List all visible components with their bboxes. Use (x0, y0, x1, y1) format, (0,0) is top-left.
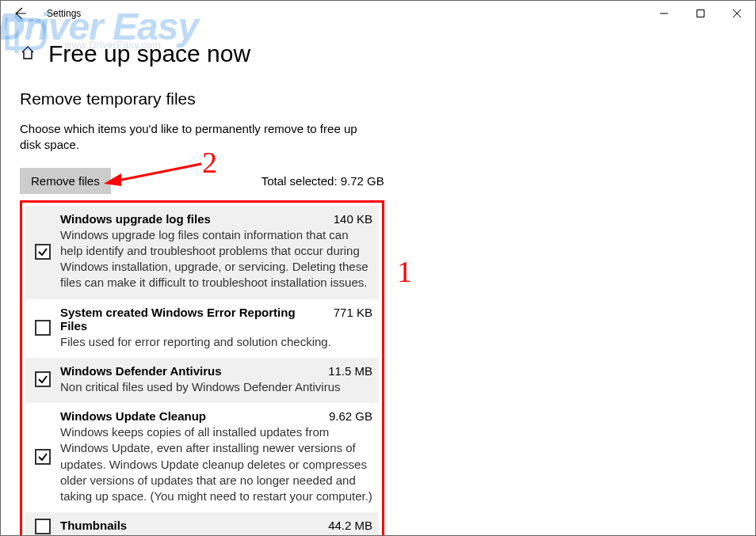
checkbox[interactable] (35, 320, 51, 336)
page-title: Free up space now (48, 40, 250, 67)
svg-rect-0 (697, 10, 704, 17)
item-head: Windows Defender Antivirus11.5 MB (60, 364, 372, 378)
item-title: Windows Defender Antivirus (60, 364, 222, 378)
item-size: 44.2 MB (320, 519, 372, 532)
minimize-button[interactable] (646, 1, 682, 26)
item-size: 140 KB (326, 212, 372, 226)
temporary-files-list: Windows upgrade log files140 KBWindows u… (20, 200, 384, 537)
checkbox[interactable] (35, 371, 51, 387)
item-description: Windows upgrade log files contain inform… (60, 227, 372, 291)
remove-files-button[interactable]: Remove files (20, 168, 111, 194)
item-head: System created Windows Error Reporting F… (60, 306, 372, 333)
titlebar: Settings (1, 1, 755, 26)
item-title: Windows upgrade log files (60, 212, 211, 226)
item-description: Non critical files used by Windows Defen… (60, 379, 372, 395)
item-body: Thumbnails44.2 MB (54, 519, 372, 534)
item-title: Windows Update Cleanup (60, 409, 206, 423)
minimize-icon (660, 10, 668, 17)
item-description: Files used for error reporting and solut… (60, 334, 372, 350)
checkbox-wrap (32, 306, 54, 350)
checkbox-wrap (32, 409, 54, 504)
checkbox-wrap (32, 212, 54, 291)
check-icon (37, 246, 48, 257)
item-title: System created Windows Error Reporting F… (60, 306, 326, 333)
checkbox-wrap (32, 519, 54, 534)
app-title: Settings (47, 8, 81, 19)
check-icon (37, 451, 48, 462)
home-icon[interactable] (20, 45, 36, 63)
section-heading: Remove temporary files (20, 89, 736, 108)
checkbox[interactable] (35, 244, 51, 260)
item-size: 771 KB (326, 306, 372, 319)
window-controls (646, 1, 755, 26)
item-size: 11.5 MB (320, 364, 372, 378)
back-button[interactable] (7, 1, 32, 26)
item-body: System created Windows Error Reporting F… (54, 306, 372, 350)
check-icon (37, 374, 48, 385)
close-button[interactable] (719, 1, 755, 26)
item-title: Thumbnails (60, 519, 127, 532)
section-description: Choose which items you'd like to permane… (20, 121, 368, 154)
content-area: Remove temporary files Choose which item… (1, 89, 755, 536)
item-head: Windows Update Cleanup9.62 GB (60, 409, 372, 423)
arrow-left-icon (13, 6, 27, 21)
list-item: Windows Update Cleanup9.62 GBWindows kee… (25, 403, 379, 512)
item-body: Windows Defender Antivirus11.5 MBNon cri… (54, 364, 372, 395)
close-icon (733, 10, 741, 17)
list-item: Thumbnails44.2 MB (25, 512, 379, 536)
action-row: Remove files Total selected: 9.72 GB (20, 168, 736, 194)
item-head: Thumbnails44.2 MB (60, 519, 372, 532)
checkbox[interactable] (35, 519, 51, 534)
item-body: Windows upgrade log files140 KBWindows u… (54, 212, 372, 291)
list-item: Windows Defender Antivirus11.5 MBNon cri… (25, 358, 379, 403)
page-header: Free up space now (1, 26, 755, 75)
item-head: Windows upgrade log files140 KB (60, 212, 372, 226)
total-selected-label: Total selected: 9.72 GB (262, 174, 384, 188)
item-description: Windows keeps copies of all installed up… (60, 424, 372, 504)
item-body: Windows Update Cleanup9.62 GBWindows kee… (54, 409, 372, 504)
maximize-button[interactable] (682, 1, 719, 26)
checkbox[interactable] (35, 449, 51, 465)
maximize-icon (697, 10, 704, 17)
list-item: System created Windows Error Reporting F… (25, 299, 379, 358)
item-size: 9.62 GB (321, 409, 372, 423)
list-item: Windows upgrade log files140 KBWindows u… (25, 206, 379, 299)
checkbox-wrap (32, 364, 54, 395)
